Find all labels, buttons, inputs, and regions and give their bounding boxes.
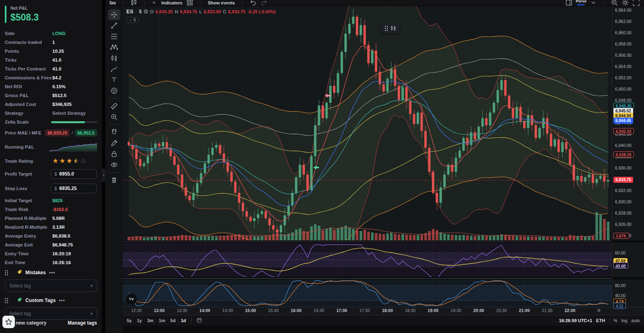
drag-handle-icon[interactable] (5, 270, 8, 275)
range-button-3m[interactable]: 3m (147, 318, 154, 323)
rating-star[interactable]: ★ (52, 157, 59, 165)
fib-retracement-tool-icon[interactable] (108, 31, 120, 42)
magnet-tool-icon[interactable] (108, 127, 120, 138)
tag-section-header: Custom Tags••• (5, 297, 97, 304)
rating-star[interactable]: ★ (66, 157, 73, 165)
svg-text:fx: fx (153, 1, 155, 4)
tag-select-placeholder: Select tag (9, 283, 31, 289)
sidebar-footer: Add new category Manage tags (5, 320, 97, 326)
range-button-1d[interactable]: 1d (181, 318, 186, 323)
trade-rating-stars[interactable]: ★★★☆★☆ (52, 157, 87, 164)
show-events-button[interactable]: Show events (208, 0, 235, 5)
rating-star[interactable]: ★ (59, 157, 66, 165)
go-to-date-button[interactable] (196, 317, 202, 324)
drawing-lock-tool-icon[interactable] (108, 138, 120, 149)
tag-icon (17, 297, 22, 304)
section-menu-button[interactable]: ••• (59, 298, 65, 303)
indicator-count: 5 (134, 18, 136, 22)
stat-label: Side (5, 31, 52, 36)
toolbar-divider (108, 98, 120, 99)
profit-target-label: Profit Target (5, 172, 51, 176)
zoom-in-tool-icon[interactable] (108, 112, 120, 122)
floating-drawing-widget[interactable] (381, 23, 400, 33)
log-scale-button[interactable]: log (621, 318, 627, 323)
stat-value: $512.5 (52, 93, 66, 98)
tag-select[interactable]: Select tag▾ (5, 279, 97, 292)
auto-scale-button[interactable]: auto (632, 318, 640, 323)
change-value: -0.25 (-0.00%) (248, 9, 276, 14)
drag-handle-icon[interactable] (385, 26, 388, 31)
tag-icon (17, 269, 22, 276)
close-value: 6,933.75 (228, 9, 246, 14)
remove-all-tool-icon[interactable] (108, 175, 120, 186)
rating-star[interactable]: ☆ (80, 157, 87, 165)
session-eth-button[interactable]: ETH (596, 318, 605, 323)
drag-handle-icon[interactable] (5, 298, 8, 303)
zella-scale-label: Zella Scale (5, 120, 51, 124)
hide-all-tool-icon[interactable] (108, 159, 120, 170)
mae-mfe-row: Price MAE / MFE $6,939.25 / $6,952.5 (5, 129, 97, 137)
indicator-tick: 40.00 (615, 264, 625, 269)
range-button-5y[interactable]: 5y (127, 318, 132, 323)
emoji-tool-icon[interactable] (108, 85, 120, 96)
trading-chart-canvas[interactable] (123, 6, 644, 315)
section-menu-button[interactable]: ••• (49, 270, 56, 275)
rating-star[interactable]: ☆★ (73, 157, 80, 164)
range-button-1m[interactable]: 1m (159, 318, 165, 323)
ruler-tool-icon[interactable] (108, 101, 120, 112)
indicators-button[interactable]: Indicators (161, 0, 183, 5)
trend-line-tool-icon[interactable] (108, 20, 120, 31)
tradingview-logo[interactable]: TV (126, 294, 137, 304)
layout-name-button[interactable]: Perso Save (576, 0, 586, 6)
zella-scale-slider[interactable] (51, 121, 97, 123)
xabcd-pattern-tool-icon[interactable] (108, 42, 120, 53)
favorites-star-button[interactable] (2, 316, 15, 328)
range-button-5d[interactable]: 5d (170, 318, 175, 323)
clock[interactable]: 16:26:59 UTC+1 (559, 318, 592, 323)
mfe-badge: $6,952.5 (75, 129, 97, 137)
high-value: 6,934.75 (180, 9, 197, 14)
time-axis-settings-icon[interactable]: ⚙ (597, 308, 601, 313)
stat-label: Gross P&L (5, 93, 52, 98)
stat-row: Commissions & Fees$4.2 (5, 75, 97, 80)
strategy-select[interactable]: Select Strategy (52, 111, 86, 116)
stop-loss-input[interactable]: $ 6935.25 (51, 184, 97, 193)
crosshair-tool-icon[interactable] (108, 9, 120, 20)
symbol-name[interactable]: ES (126, 8, 133, 14)
stat-value: 0.15% (52, 84, 66, 89)
stat-label: Entry Time (5, 251, 52, 256)
percent-scale-button[interactable]: % (613, 318, 617, 323)
strategy-row: Strategy Select Strategy (5, 111, 97, 116)
stop-loss-label: Stop Loss (5, 186, 51, 191)
price-axis-badge: 6,942.42 (613, 128, 634, 134)
chart-bottom-toolbar: 5y1y3m1m5d1d 16:26:59 UTC+1 ETH % log au… (123, 315, 644, 326)
long-short-position-tool-icon[interactable] (108, 53, 120, 64)
lock-all-tool-icon[interactable] (108, 149, 120, 159)
text-tool-icon[interactable] (108, 74, 120, 85)
sidebar-collapse-button[interactable]: ‹ (102, 168, 105, 182)
stats-top-list: SideLONGContracts traded1Points10.25Tick… (5, 31, 97, 107)
profit-target-input[interactable]: $ 6955.0 (51, 169, 97, 179)
chart-region: ES · 5 O6,934.25 H6,934.75 L6,933.50 C6,… (123, 6, 644, 333)
tag-section-title: Mistakes (25, 270, 46, 275)
time-tick: 22:00 (565, 308, 576, 313)
manage-tags-button[interactable]: Manage tags (68, 320, 97, 326)
net-pnl-value: $508.3 (10, 12, 39, 23)
price-axis-badge: 6,933.75 (613, 177, 633, 183)
profit-target-row: Profit Target $ 6955.0 (5, 169, 97, 179)
legend-minimize-button[interactable] (144, 9, 148, 14)
time-tick: 19:30 (451, 308, 461, 313)
mae-badge: $6,939.25 (45, 129, 70, 137)
time-tick: 14:00 (200, 308, 211, 313)
brush-tool-icon[interactable] (108, 64, 120, 74)
pnl-accent-bar (5, 6, 6, 23)
indicator-tick: 80.00 (615, 283, 625, 288)
stat-value: 16:26:16 (52, 260, 71, 265)
tag-select[interactable]: Select tag▾ (5, 307, 97, 320)
range-button-1y[interactable]: 1y (137, 318, 142, 323)
trade-rating-label: Trade Rating (5, 159, 52, 163)
time-tick: 13:00 (154, 308, 165, 313)
interval-button[interactable]: 5m (109, 0, 116, 5)
indicators-collapse-chip[interactable]: ⌄ 5 (126, 17, 138, 23)
time-tick: 15:00 (245, 308, 256, 313)
